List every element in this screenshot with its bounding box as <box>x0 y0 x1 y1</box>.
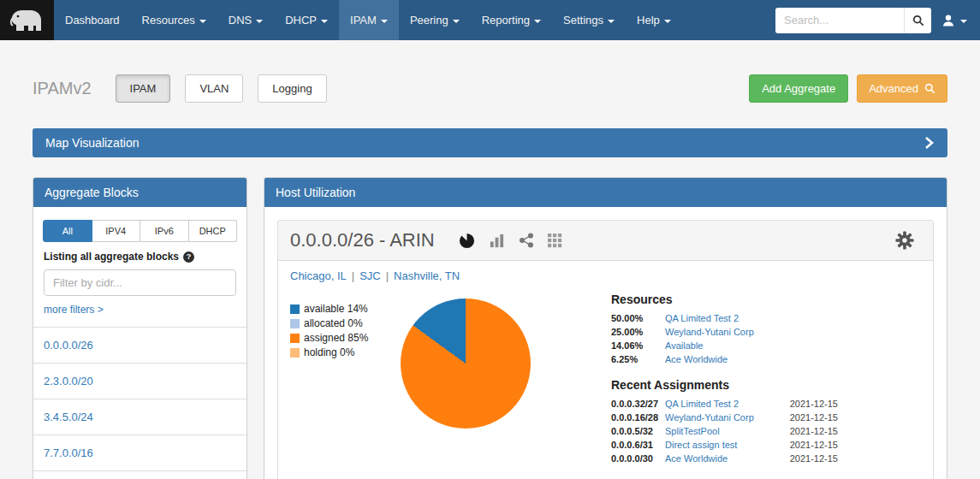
share-view-button[interactable] <box>519 233 534 248</box>
nav-item-dhcp[interactable]: DHCP <box>274 0 339 40</box>
nav-label: Dashboard <box>65 14 120 27</box>
assignment-link[interactable]: SplitTestPool <box>665 427 778 436</box>
aggregate-block-link[interactable]: 0.0.0.0/26 <box>33 328 246 364</box>
assignment-row: 0.0.0.6/31Direct assign test2021-12-15 <box>611 441 838 450</box>
settings-button[interactable] <box>895 231 914 250</box>
assignment-row: 0.0.0.32/27QA Limited Test 22021-12-15 <box>611 399 838 409</box>
search-input[interactable] <box>775 8 904 33</box>
app-logo[interactable] <box>0 0 54 40</box>
view-button-vlan[interactable]: VLAN <box>185 74 243 103</box>
tab-dhcp[interactable]: DHCP <box>189 220 238 242</box>
aggregate-block-link[interactable]: 2.3.0.0/20 <box>33 364 246 399</box>
view-button-logging[interactable]: Logging <box>258 74 326 103</box>
legend-swatch-holding <box>290 348 300 358</box>
resource-link[interactable]: Available <box>665 341 703 351</box>
pie-legend: available 14% allocated 0% assigned 85% … <box>290 303 398 468</box>
nav-item-help[interactable]: Help <box>626 0 682 40</box>
more-filters-link[interactable]: more filters > <box>44 304 104 316</box>
recent-assignments-title: Recent Assignments <box>611 378 838 392</box>
nav-label: Peering <box>410 14 448 27</box>
navbar-search-group <box>775 0 931 40</box>
pie-chart-view-button[interactable] <box>459 233 475 249</box>
chevron-down-icon <box>960 20 967 23</box>
cidr-filter-input[interactable] <box>44 269 236 296</box>
chevron-down-icon <box>199 20 206 23</box>
legend-swatch-allocated <box>290 319 300 328</box>
nav-item-peering[interactable]: Peering <box>399 0 471 40</box>
chevron-down-icon <box>256 20 263 23</box>
search-icon <box>912 15 924 27</box>
assignment-date: 2021-12-15 <box>778 413 838 423</box>
assignment-date: 2021-12-15 <box>778 427 838 436</box>
add-aggregate-button[interactable]: Add Aggregate <box>749 74 848 103</box>
aggregate-block-link[interactable]: 7.7.0.0/16 <box>33 435 246 471</box>
top-navbar: Dashboard Resources DNS DHCP IPAM Peerin… <box>0 0 980 40</box>
nav-item-reporting[interactable]: Reporting <box>471 0 552 40</box>
legend-label: assigned 85% <box>304 332 368 344</box>
breadcrumb-link-chicago[interactable]: Chicago, IL <box>290 269 347 282</box>
main-content: Aggregate Blocks All IPV4 IPv6 DHCP List… <box>33 177 947 479</box>
nav-item-dashboard[interactable]: Dashboard <box>54 0 131 40</box>
chevron-down-icon <box>534 20 541 23</box>
assignment-link[interactable]: QA Limited Test 2 <box>665 399 778 409</box>
advanced-search-button[interactable]: Advanced <box>857 74 947 103</box>
assignment-cidr: 0.0.0.5/32 <box>611 427 665 436</box>
legend-label: holding 0% <box>304 346 354 358</box>
tab-all[interactable]: All <box>43 220 92 242</box>
assignment-link[interactable]: Weyland-Yutani Corp <box>665 413 778 423</box>
resource-link[interactable]: Weyland-Yutani Corp <box>665 328 754 337</box>
utilization-pie <box>401 299 531 429</box>
help-icon[interactable]: ? <box>183 251 194 263</box>
chevron-right-icon <box>923 136 935 150</box>
user-icon <box>941 14 955 27</box>
assignment-row: 0.0.0.0/30Ace Worldwide2021-12-15 <box>611 454 838 464</box>
bar-chart-view-button[interactable] <box>489 233 505 249</box>
block-detail-card: 0.0.0.0/26 - ARIN <box>277 220 934 479</box>
page-title: IPAMv2 <box>33 79 92 98</box>
nav-label: Settings <box>563 14 603 27</box>
nav-item-resources[interactable]: Resources <box>131 0 217 40</box>
search-button[interactable] <box>904 8 931 33</box>
assignment-date: 2021-12-15 <box>778 441 838 450</box>
breadcrumb-link-sjc[interactable]: SJC <box>359 269 381 282</box>
aggregate-block-link-partial[interactable] <box>33 471 246 479</box>
legend-swatch-available <box>290 305 300 314</box>
host-utilization-header: Host Utilization <box>264 178 947 207</box>
aggregate-blocks-header: Aggregate Blocks <box>33 178 246 207</box>
assignment-cidr: 0.0.0.0/30 <box>611 454 665 464</box>
user-menu[interactable] <box>931 0 980 40</box>
search-icon <box>924 83 935 94</box>
assignment-link[interactable]: Ace Worldwide <box>665 454 778 464</box>
resource-link[interactable]: Ace Worldwide <box>665 355 728 364</box>
tab-ipv6[interactable]: IPv6 <box>140 220 189 242</box>
nav-label: DHCP <box>285 14 317 27</box>
grid-view-button[interactable] <box>548 234 562 248</box>
bar-chart-icon <box>489 233 505 249</box>
assignment-date: 2021-12-15 <box>778 454 838 464</box>
nav-item-dns[interactable]: DNS <box>217 0 274 40</box>
nav-label: DNS <box>229 14 252 27</box>
nav-item-settings[interactable]: Settings <box>552 0 626 40</box>
recent-assignments-section: Recent Assignments 0.0.0.32/27QA Limited… <box>611 378 838 464</box>
block-detail-toolbar: 0.0.0.0/26 - ARIN <box>278 221 933 261</box>
chevron-down-icon <box>321 20 328 23</box>
page-header: IPAMv2 IPAM VLAN Logging Add Aggregate A… <box>33 74 947 103</box>
resource-link[interactable]: QA Limited Test 2 <box>665 314 739 323</box>
assignment-link[interactable]: Direct assign test <box>665 441 778 450</box>
breadcrumb-link-nashville[interactable]: Nashville, TN <box>394 269 460 282</box>
view-button-ipam[interactable]: IPAM <box>116 74 171 103</box>
map-visualization-header[interactable]: Map Visualization <box>33 128 947 157</box>
host-utilization-body: 0.0.0.0/26 - ARIN <box>264 207 947 479</box>
legend-item: assigned 85% <box>290 332 398 344</box>
resource-row: 14.06%Available <box>611 341 838 351</box>
block-title: 0.0.0.0/26 - ARIN <box>290 229 435 251</box>
nav-item-ipam[interactable]: IPAM <box>339 0 399 40</box>
logo-mammoth-icon <box>9 8 45 33</box>
stats-column: Resources 50.00%QA Limited Test 2 25.00%… <box>611 293 838 468</box>
aggregate-block-link[interactable]: 3.4.5.0/24 <box>33 399 246 435</box>
assignment-date: 2021-12-15 <box>778 399 838 409</box>
chevron-down-icon <box>608 20 615 23</box>
tab-ipv4[interactable]: IPV4 <box>92 220 141 242</box>
breadcrumb: Chicago, IL|SJC|Nashville, TN <box>278 261 933 282</box>
aggregate-filter-tabs: All IPV4 IPv6 DHCP <box>43 220 237 242</box>
